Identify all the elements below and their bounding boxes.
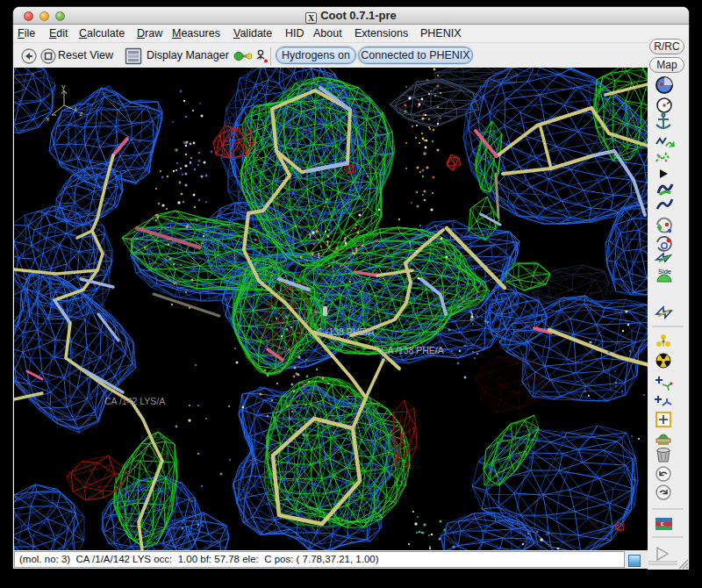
svg-text:x: x xyxy=(46,115,50,123)
svg-text:C /138 PHE/A: C /138 PHE/A xyxy=(317,326,374,337)
svg-text:CA /138 PHE/A: CA /138 PHE/A xyxy=(381,345,444,355)
svg-text:CA /142 LYS/A: CA /142 LYS/A xyxy=(104,396,165,406)
svg-text:z: z xyxy=(79,110,83,118)
svg-text:y: y xyxy=(61,82,66,90)
